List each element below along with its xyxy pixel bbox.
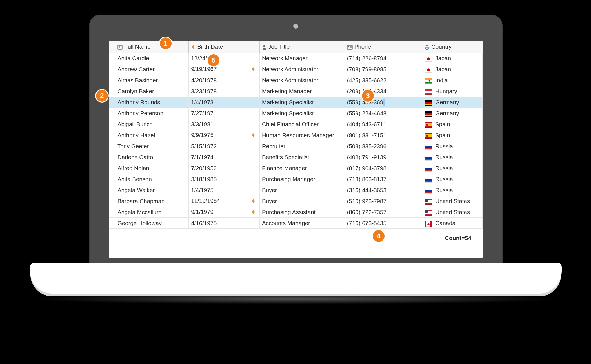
- row-indicator[interactable]: [109, 108, 115, 119]
- cell-birth-date[interactable]: 7/1/1974: [189, 152, 260, 163]
- cell-birth-date[interactable]: 12/24/1974: [189, 53, 260, 64]
- row-indicator[interactable]: [109, 152, 115, 163]
- cell-country[interactable]: Russia: [422, 174, 483, 185]
- cell-job-title[interactable]: Buyer: [259, 185, 345, 196]
- cell-job-title[interactable]: Marketing Specialist: [259, 108, 345, 119]
- header-row[interactable]: Full NameBirth DateJob TitlePhoneCountry: [109, 41, 483, 53]
- column-header-name[interactable]: Full Name: [115, 41, 188, 53]
- column-header-phone[interactable]: Phone: [345, 41, 422, 53]
- cell-phone[interactable]: (408) 791-9139: [345, 152, 422, 163]
- table-row[interactable]: Angela Mccallum9/1/1979Purchasing Assist…: [109, 207, 483, 218]
- cell-full-name[interactable]: Andrew Carter: [115, 64, 188, 75]
- cell-phone[interactable]: (860) 722-7357: [345, 207, 422, 218]
- table-row[interactable]: Angela Walker1/4/1975Buyer(316) 444-3653…: [109, 185, 483, 196]
- table-row[interactable]: Carolyn Baker3/23/1978Marketing Manager(…: [109, 86, 483, 97]
- row-indicator[interactable]: [109, 185, 115, 196]
- cell-full-name[interactable]: Angela Walker: [115, 185, 188, 196]
- cell-phone[interactable]: (559) 224-4648: [345, 108, 422, 119]
- cell-phone[interactable]: (708) 799-8985: [345, 64, 422, 75]
- row-indicator[interactable]: [109, 119, 115, 130]
- cell-job-title[interactable]: Chief Financial Officer: [259, 119, 345, 130]
- cell-country[interactable]: Germany: [422, 108, 483, 119]
- cell-country[interactable]: India: [422, 75, 483, 86]
- row-indicator[interactable]: [109, 163, 115, 174]
- row-indicator[interactable]: [109, 218, 115, 229]
- row-indicator[interactable]: [109, 130, 115, 141]
- cell-phone[interactable]: (510) 923-7987: [345, 196, 422, 207]
- row-indicator[interactable]: [109, 86, 115, 97]
- row-indicator[interactable]: [109, 174, 115, 185]
- column-header-job[interactable]: Job Title: [259, 41, 345, 53]
- cell-country[interactable]: Russia: [422, 163, 483, 174]
- cell-job-title[interactable]: Accounts Manager: [259, 218, 345, 229]
- cell-phone[interactable]: (316) 444-3653: [345, 185, 422, 196]
- cell-full-name[interactable]: Darlene Catto: [115, 152, 188, 163]
- cell-country[interactable]: Canada: [422, 218, 483, 229]
- cell-full-name[interactable]: Almas Basinger: [115, 75, 188, 86]
- cell-job-title[interactable]: Finance Manager: [259, 163, 345, 174]
- cell-birth-date[interactable]: 11/19/1984: [189, 196, 260, 207]
- cell-country[interactable]: Russia: [422, 185, 483, 196]
- table-row[interactable]: Andrew Carter9/19/1967Network Administra…: [109, 64, 483, 75]
- cell-birth-date[interactable]: 1/4/1973: [189, 97, 260, 108]
- cell-full-name[interactable]: Angela Mccallum: [115, 207, 188, 218]
- cell-birth-date[interactable]: 3/18/1985: [189, 174, 260, 185]
- table-row[interactable]: George Holloway4/16/1975Accounts Manager…: [109, 218, 483, 229]
- row-indicator[interactable]: [109, 196, 115, 207]
- cell-birth-date[interactable]: 4/20/1978: [189, 75, 260, 86]
- cell-birth-date[interactable]: 4/16/1975: [189, 218, 260, 229]
- table-row[interactable]: Anthony Rounds1/4/1973Marketing Speciali…: [109, 97, 483, 108]
- cell-phone[interactable]: (817) 964-3798: [345, 163, 422, 174]
- cell-job-title[interactable]: Network Manager: [259, 53, 345, 64]
- cell-full-name[interactable]: Tony Geeter: [115, 141, 188, 152]
- cell-birth-date[interactable]: 3/23/1978: [189, 86, 260, 97]
- cell-full-name[interactable]: Anthony Hazel: [115, 130, 188, 141]
- cell-birth-date[interactable]: 1/4/1975: [189, 185, 260, 196]
- cell-full-name[interactable]: Anthony Rounds: [115, 97, 188, 108]
- cell-phone[interactable]: (716) 673-5435: [345, 218, 422, 229]
- cell-job-title[interactable]: Human Resources Manager: [259, 130, 345, 141]
- cell-phone[interactable]: (503) 835-2396: [345, 141, 422, 152]
- cell-birth-date[interactable]: 7/20/1952: [189, 163, 260, 174]
- row-indicator[interactable]: [109, 75, 115, 86]
- cell-country[interactable]: United States: [422, 196, 483, 207]
- cell-job-title[interactable]: Network Administrator: [259, 75, 345, 86]
- cell-birth-date[interactable]: 9/9/1975: [189, 130, 260, 141]
- column-header-birth[interactable]: Birth Date: [189, 41, 260, 53]
- cell-birth-date[interactable]: 3/3/1981: [189, 119, 260, 130]
- cell-phone[interactable]: (714) 226-8794: [345, 53, 422, 64]
- cell-country[interactable]: Japan: [422, 64, 483, 75]
- cell-full-name[interactable]: Carolyn Baker: [115, 86, 188, 97]
- cell-phone[interactable]: (404) 943-6711: [345, 119, 422, 130]
- cell-job-title[interactable]: Marketing Specialist: [259, 97, 345, 108]
- row-indicator[interactable]: [109, 97, 115, 108]
- row-indicator[interactable]: [109, 64, 115, 75]
- column-header-country[interactable]: Country: [422, 41, 483, 53]
- cell-country[interactable]: Spain: [422, 119, 483, 130]
- table-row[interactable]: Darlene Catto7/1/1974Benefits Specialist…: [109, 152, 483, 163]
- row-indicator[interactable]: [109, 141, 115, 152]
- table-row[interactable]: Tony Geeter5/15/1972Recruiter(503) 835-2…: [109, 141, 483, 152]
- cell-full-name[interactable]: Abigail Bunch: [115, 119, 188, 130]
- cell-phone[interactable]: (425) 335-6622: [345, 75, 422, 86]
- table-row[interactable]: Anthony Peterson7/27/1971Marketing Speci…: [109, 108, 483, 119]
- cell-full-name[interactable]: Alfred Nolan: [115, 163, 188, 174]
- cell-job-title[interactable]: Buyer: [259, 196, 345, 207]
- row-indicator[interactable]: [109, 53, 115, 64]
- table-row[interactable]: Anita Cardle12/24/1974Network Manager(71…: [109, 53, 483, 64]
- cell-country[interactable]: Russia: [422, 152, 483, 163]
- table-row[interactable]: Barbara Chapman11/19/1984Buyer(510) 923-…: [109, 196, 483, 207]
- table-row[interactable]: Anthony Hazel9/9/1975Human Resources Man…: [109, 130, 483, 141]
- cell-phone[interactable]: (559) 453-369: [345, 97, 422, 108]
- cell-birth-date[interactable]: 9/1/1979: [189, 207, 260, 218]
- table-row[interactable]: Almas Basinger4/20/1978Network Administr…: [109, 75, 483, 86]
- cell-birth-date[interactable]: 5/15/1972: [189, 141, 260, 152]
- cell-job-title[interactable]: Recruiter: [259, 141, 345, 152]
- cell-job-title[interactable]: Purchasing Assistant: [259, 207, 345, 218]
- cell-country[interactable]: Hungary: [422, 86, 483, 97]
- cell-full-name[interactable]: Anita Cardle: [115, 53, 188, 64]
- cell-full-name[interactable]: Anita Benson: [115, 174, 188, 185]
- row-indicator[interactable]: [109, 207, 115, 218]
- cell-phone[interactable]: (713) 863-8137: [345, 174, 422, 185]
- cell-country[interactable]: Spain: [422, 130, 483, 141]
